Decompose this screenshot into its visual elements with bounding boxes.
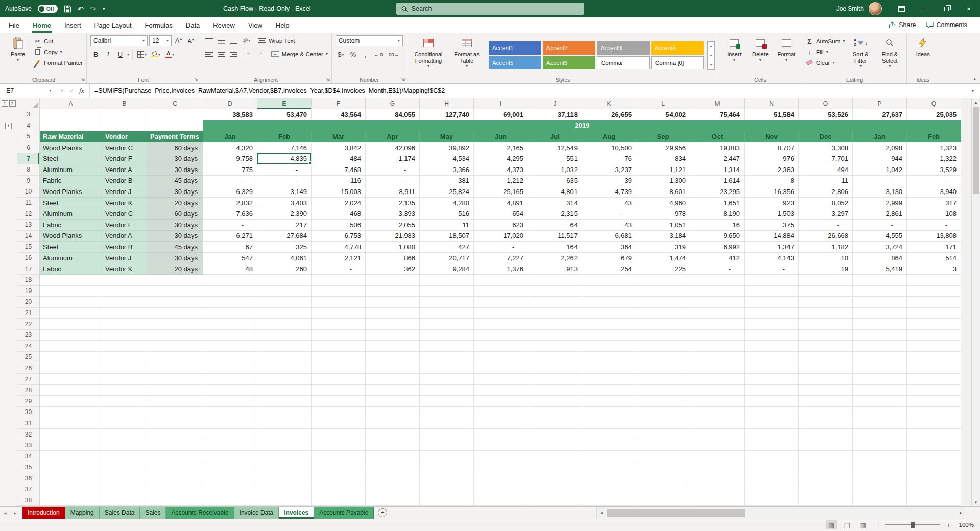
- cell-K30[interactable]: [582, 407, 636, 418]
- cell-D10[interactable]: 6,329: [203, 186, 257, 198]
- cell-D13[interactable]: -: [203, 220, 257, 231]
- cell-A22[interactable]: [40, 319, 102, 330]
- cell-K12[interactable]: -: [582, 208, 636, 220]
- align-left-button[interactable]: [204, 49, 214, 59]
- cell-H7[interactable]: 4,534: [420, 153, 474, 164]
- cell-O33[interactable]: [799, 440, 853, 451]
- cell-F18[interactable]: [312, 275, 366, 286]
- menu-tab-data[interactable]: Data: [179, 17, 206, 33]
- share-button[interactable]: Share: [884, 20, 920, 30]
- italic-button[interactable]: I: [103, 49, 113, 60]
- cell-A30[interactable]: [40, 407, 102, 418]
- cell-Q16[interactable]: 514: [907, 253, 961, 264]
- cell-H13[interactable]: 11: [420, 220, 474, 231]
- cell-C30[interactable]: [147, 407, 203, 418]
- autosum-dropdown-icon[interactable]: ▾: [843, 39, 845, 44]
- cell-M11[interactable]: 1,651: [690, 198, 745, 209]
- cell-A10[interactable]: Wood Planks: [40, 186, 102, 198]
- cell-P8[interactable]: 1,042: [853, 164, 907, 176]
- cell-A29[interactable]: [40, 396, 102, 407]
- cell-G22[interactable]: [366, 319, 420, 330]
- cell-D24[interactable]: [203, 341, 257, 352]
- cell-P13[interactable]: -: [853, 220, 907, 231]
- cell-G3[interactable]: 84,055: [366, 109, 420, 120]
- insert-function-icon[interactable]: fx: [79, 87, 84, 95]
- cell-C7[interactable]: 30 days: [147, 153, 203, 164]
- cell-F13[interactable]: 506: [312, 220, 366, 231]
- cell-O23[interactable]: [799, 330, 853, 341]
- cell-E27[interactable]: [257, 374, 312, 385]
- cell-K31[interactable]: [582, 418, 636, 429]
- cell-D23[interactable]: [203, 330, 257, 341]
- restore-button[interactable]: [935, 0, 958, 17]
- row-header-16[interactable]: 16: [17, 253, 40, 264]
- cell-C33[interactable]: [147, 440, 203, 451]
- cell-B26[interactable]: [102, 363, 147, 374]
- cell-F9[interactable]: 116: [312, 176, 366, 187]
- cell-K32[interactable]: [582, 429, 636, 440]
- row-header-11[interactable]: 11: [17, 198, 40, 209]
- cell-M30[interactable]: [690, 407, 745, 418]
- cell-A38[interactable]: [40, 495, 102, 506]
- cell-K25[interactable]: [582, 352, 636, 363]
- cell-I21[interactable]: [474, 308, 528, 319]
- cell-G25[interactable]: [366, 352, 420, 363]
- cell-G10[interactable]: 8,911: [366, 186, 420, 198]
- cell-O7[interactable]: 7,701: [799, 153, 853, 164]
- cell-D29[interactable]: [203, 396, 257, 407]
- cell-K9[interactable]: 39: [582, 176, 636, 187]
- cell-D34[interactable]: [203, 451, 257, 462]
- column-header-C[interactable]: C: [147, 98, 203, 109]
- cell-H9[interactable]: 381: [420, 176, 474, 187]
- delete-cells-button[interactable]: Delete ▾: [749, 35, 772, 62]
- copy-dropdown-arrow-icon[interactable]: ▾: [60, 50, 62, 55]
- cell-K19[interactable]: [582, 286, 636, 297]
- cell-I25[interactable]: [474, 352, 528, 363]
- cell-H38[interactable]: [420, 495, 474, 506]
- cell-B34[interactable]: [102, 451, 147, 462]
- cell-Q26[interactable]: [907, 363, 961, 374]
- cell-G13[interactable]: 2,055: [366, 220, 420, 231]
- zoom-slider[interactable]: [885, 524, 940, 525]
- cell-E13[interactable]: 217: [257, 220, 312, 231]
- cell-F21[interactable]: [312, 308, 366, 319]
- cell-I24[interactable]: [474, 341, 528, 352]
- row-header-15[interactable]: 15: [17, 242, 40, 253]
- cell-E21[interactable]: [257, 308, 312, 319]
- cell-D5[interactable]: Jan: [203, 131, 257, 142]
- sort-filter-button[interactable]: AZ↓ Sort & Filter ▾: [847, 35, 874, 69]
- cell-L32[interactable]: [636, 429, 690, 440]
- cell-I10[interactable]: 25,165: [474, 186, 528, 198]
- menu-tab-help[interactable]: Help: [269, 17, 296, 33]
- cell-A15[interactable]: Steel: [40, 242, 102, 253]
- row-header-30[interactable]: 30: [17, 407, 40, 418]
- cell-O29[interactable]: [799, 396, 853, 407]
- cell-A19[interactable]: [40, 286, 102, 297]
- cell-K6[interactable]: 10,500: [582, 142, 636, 154]
- cell-E18[interactable]: [257, 275, 312, 286]
- cell-C6[interactable]: 60 days: [147, 142, 203, 154]
- cell-Q8[interactable]: 3,529: [907, 164, 961, 176]
- cell-N8[interactable]: 2,363: [745, 164, 799, 176]
- page-break-preview-button[interactable]: ▥: [857, 520, 869, 529]
- cell-I26[interactable]: [474, 363, 528, 374]
- cell-B25[interactable]: [102, 352, 147, 363]
- cell-D31[interactable]: [203, 418, 257, 429]
- cell-D19[interactable]: [203, 286, 257, 297]
- cell-G9[interactable]: -: [366, 176, 420, 187]
- cell-I33[interactable]: [474, 440, 528, 451]
- cell-M20[interactable]: [690, 297, 745, 308]
- select-all-button[interactable]: [17, 98, 40, 109]
- cell-B18[interactable]: [102, 275, 147, 286]
- menu-tab-review[interactable]: Review: [206, 17, 242, 33]
- cell-N27[interactable]: [745, 374, 799, 385]
- zoom-level[interactable]: 100%: [957, 522, 974, 528]
- cell-J24[interactable]: [528, 341, 582, 352]
- cell-I6[interactable]: 2,165: [474, 142, 528, 154]
- cell-A25[interactable]: [40, 352, 102, 363]
- cell-J13[interactable]: 64: [528, 220, 582, 231]
- cell-P18[interactable]: [853, 275, 907, 286]
- cell-K34[interactable]: [582, 451, 636, 462]
- cell-N13[interactable]: 375: [745, 220, 799, 231]
- cell-A33[interactable]: [40, 440, 102, 451]
